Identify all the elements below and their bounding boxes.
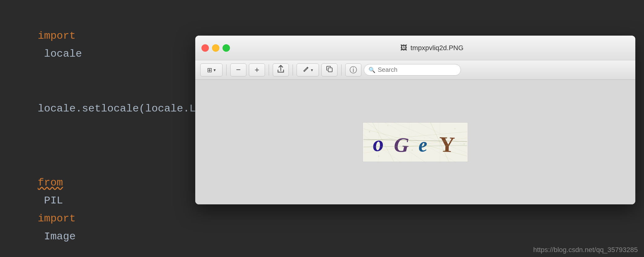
keyword-from: from — [38, 177, 63, 189]
markup-arrow-icon: ▾ — [311, 68, 313, 72]
search-box[interactable]: 🔍 — [364, 64, 461, 76]
svg-text:G: G — [393, 133, 409, 156]
identifier-pil: PIL — [38, 195, 69, 207]
markup-icon — [303, 66, 310, 74]
svg-rect-0 — [328, 68, 332, 72]
title-bar: 🖼 tmpxpvliq2d.PNG — [195, 36, 635, 60]
keyword-import-1: import — [38, 30, 76, 42]
svg-text:o: o — [372, 131, 385, 156]
zoom-out-icon: − — [236, 65, 240, 75]
separator-2 — [269, 64, 269, 76]
zoom-in-button[interactable]: + — [249, 63, 265, 76]
identifier-image-class: Image — [38, 231, 76, 242]
captcha-image: o G e Y — [363, 122, 468, 162]
preview-window[interactable]: 🖼 tmpxpvliq2d.PNG ⊞ ▾ − + — [195, 36, 635, 204]
zoom-in-icon: + — [254, 65, 259, 75]
search-input[interactable] — [378, 66, 456, 73]
zoom-out-button[interactable]: − — [230, 63, 246, 76]
maximize-button[interactable] — [223, 44, 230, 52]
minimize-button[interactable] — [212, 44, 219, 52]
copy-button[interactable] — [321, 63, 337, 76]
svg-text:Y: Y — [439, 132, 456, 157]
watermark-text: https://blog.csdn.net/qq_35793285 — [533, 246, 638, 254]
info-icon: ⓘ — [350, 65, 357, 75]
close-button[interactable] — [201, 44, 209, 52]
watermark: https://blog.csdn.net/qq_35793285 — [533, 246, 638, 254]
svg-text:e: e — [418, 133, 428, 156]
markup-button[interactable]: ▾ — [297, 63, 319, 76]
window-title: 🖼 tmpxpvliq2d.PNG — [235, 44, 629, 52]
window-title-text: tmpxpvliq2d.PNG — [410, 44, 463, 52]
sidebar-icon: ⊞ — [207, 66, 212, 74]
copy-icon — [326, 66, 333, 74]
separator-1 — [226, 64, 227, 76]
sidebar-toggle-button[interactable]: ⊞ ▾ — [200, 63, 223, 76]
sidebar-arrow-icon: ▾ — [214, 68, 216, 72]
share-icon — [277, 65, 284, 75]
file-type-icon: 🖼 — [400, 44, 407, 52]
separator-3 — [293, 64, 293, 76]
traffic-lights — [201, 44, 230, 52]
share-button[interactable] — [273, 63, 289, 76]
identifier-locale: locale — [38, 48, 82, 60]
image-area: o G e Y — [195, 80, 635, 204]
search-icon: 🔍 — [368, 67, 375, 73]
separator-4 — [341, 64, 342, 76]
keyword-import-2: import — [38, 213, 76, 224]
toolbar: ⊞ ▾ − + — [195, 60, 635, 80]
info-button[interactable]: ⓘ — [345, 63, 361, 76]
